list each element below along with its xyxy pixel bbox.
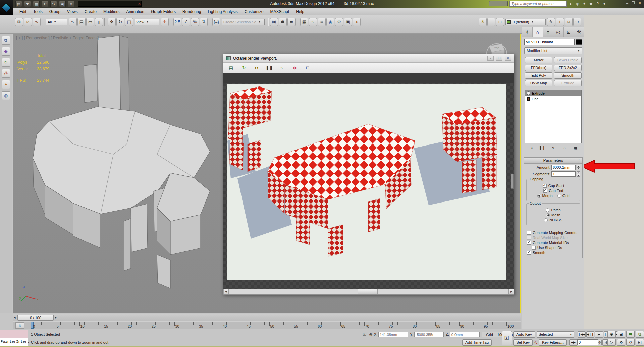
cap-end-checkbox[interactable] [543,189,547,193]
statistics-graph-icon[interactable]: ∿ [278,64,286,72]
zoom-region-icon[interactable]: ⊞ [617,331,625,338]
eye-icon[interactable]: ⊙ [496,18,504,26]
current-frame-field[interactable]: 0 [577,339,598,345]
octane-maximize-button[interactable]: ❒ [496,56,502,61]
maximize-viewport-icon[interactable]: ◱ [636,339,644,346]
horizontal-scrollbar-thumb[interactable] [358,289,378,294]
render-setup-icon[interactable]: ⚙ [335,18,343,26]
viewport-label[interactable]: [ + ] [ Perspective ] [ Realistic + Edge… [16,36,99,40]
go-to-start-icon[interactable]: ❙◀◀ [578,331,586,338]
smooth-checkbox[interactable] [527,251,531,255]
menu-help[interactable]: Help [292,8,308,15]
modifier-button-edit-poly[interactable]: Edit Poly [525,72,552,79]
layer-manager-icon[interactable]: ≣ [287,18,296,26]
menu-views[interactable]: Views [64,8,81,15]
amount-field[interactable]: 6000.1mm [551,165,576,170]
close-button[interactable]: ✕ [638,1,641,5]
morph-radio[interactable] [537,194,541,198]
expand-plus-icon[interactable]: + [527,97,530,101]
select-by-name-icon[interactable]: ▤ [77,18,86,26]
tab-hierarchy[interactable]: ⋔ [543,27,553,37]
menu-customize[interactable]: Customize [241,8,267,15]
sphere-tool-icon[interactable]: ● [2,80,10,89]
minimize-button[interactable]: – [626,1,628,5]
search-icon[interactable]: ◎ [575,2,580,6]
select-objects-in-layer-icon[interactable]: ⧈ [565,18,573,26]
application-menu-button[interactable] [0,0,13,15]
time-slider-thumb[interactable]: 0 / 100 [17,315,54,321]
grid-radio[interactable] [557,194,561,198]
set-keys-button[interactable]: ⚿ [502,331,512,345]
menu-maxscript[interactable]: MAXScript [267,8,292,15]
teapot-tool-icon[interactable]: ◍ [2,91,10,100]
tab-create[interactable]: ✳ [522,27,533,37]
modifier-list-dropdown[interactable]: Modifier List ▼ [524,47,582,54]
edit-layer-icon[interactable]: ✎ [547,18,555,26]
modifier-button-mirror[interactable]: Mirror [525,57,552,63]
octane-window-titlebar[interactable]: OctaneRender Viewport. – ❒ ✕ [223,54,514,63]
tab-utilities[interactable]: ⚒ [574,27,584,37]
time-slider-track[interactable]: ◂ 0 / 100 ▸ [13,314,521,321]
scroll-left-icon[interactable]: ◀ [223,289,229,294]
snaps-toggle-icon[interactable]: 2.5 [173,18,181,26]
modifier-stack[interactable]: Extrude+Line [525,90,582,143]
add-time-tag-button[interactable]: Add Time Tag [462,339,492,346]
field-of-view-icon[interactable]: ▷ [607,339,616,346]
menu-modifiers[interactable]: Modifiers [100,8,123,15]
pan-hand-icon[interactable]: ✥ [617,339,625,346]
listener-macro-row[interactable] [0,330,28,338]
listener-script-row[interactable]: PainterInter: [0,338,28,346]
z-coordinate-field[interactable]: 0.0mm [450,332,480,337]
stack-item-line[interactable]: +Line [525,96,581,102]
time-slider-right-icon[interactable]: ▸ [55,316,57,319]
selection-lock-icon[interactable]: ⚿ [363,332,366,337]
nurbs-radio[interactable] [544,218,548,222]
undo-icon[interactable]: ↶ [42,1,48,7]
open-file-icon[interactable]: ▼ [24,1,31,7]
scroll-right-icon[interactable]: ▶ [508,289,514,294]
favorites-star-icon[interactable]: ★ [588,2,594,6]
menu-group[interactable]: Group [46,8,64,15]
menu-rendering[interactable]: Rendering [179,8,204,15]
y-coordinate-field[interactable]: -5080.355ı [414,332,444,337]
generate-mapping-coords-checkbox[interactable] [527,231,531,235]
bind-to-space-warp-icon[interactable]: ∿ [33,18,41,26]
octane-render-window[interactable]: OctaneRender Viewport. – ❒ ✕ ▤↻◘❚❚∿⊗⊡ Sa… [223,54,514,295]
save-file-icon[interactable]: ▦ [33,1,40,7]
select-and-move-icon[interactable]: ✥ [108,18,116,26]
close-icon[interactable]: ✕ [138,2,141,7]
object-name-field[interactable] [524,39,575,45]
sign-in-box[interactable] [489,1,508,6]
select-object-icon[interactable]: ↖ [69,18,77,26]
key-filters-button[interactable]: Key Filters... [539,339,567,346]
zoom-icon[interactable]: ⊕ [607,331,616,338]
previous-frame-icon[interactable]: ◀❙❙ [586,331,594,338]
lighting-analysis-icon[interactable]: ☀ [479,18,487,26]
spinner-snap-icon[interactable]: ⇅ [200,18,208,26]
new-file-icon[interactable]: ▤ [15,1,22,7]
schematic-view-icon[interactable]: ⌗ [318,18,326,26]
orbit-icon[interactable]: ↻ [626,339,635,346]
octane-minimize-button[interactable]: – [487,56,494,61]
stop-render-icon[interactable]: ⊗ [291,64,299,72]
generate-material-ids-checkbox[interactable] [527,241,531,245]
scene-explorer-field[interactable]: ✕ [78,1,142,7]
show-end-result-icon[interactable]: ❚❙ [539,145,545,151]
key-mode-toggle-icon[interactable]: ◀▶ [569,339,577,346]
rotate-script-icon[interactable]: ↻ [2,58,10,67]
segments-spinner[interactable]: ▲▼ [577,171,580,177]
search-input[interactable] [509,1,567,7]
angle-snap-icon[interactable]: ∠ [182,18,190,26]
save-render-icon[interactable]: ▤ [227,64,235,72]
monitor-settings-icon[interactable]: ⊡ [304,64,311,72]
project-folder-icon[interactable]: ▣ [59,1,66,7]
x-coordinate-field[interactable]: 141.38mm [378,332,408,337]
auto-key-button[interactable]: Auto Key [513,331,535,338]
add-layer-icon[interactable]: + [556,18,564,26]
select-and-link-icon[interactable]: ⧉ [15,18,23,26]
parameters-rollout-header[interactable]: Parameters ⌃ [524,158,582,164]
modifier-button-uvw-map[interactable]: UVW Map [525,80,552,86]
graphite-ribbon-icon[interactable]: ▦ [300,18,308,26]
tab-display[interactable]: ⊡ [564,27,574,37]
maximize-button[interactable]: ❒ [632,1,635,5]
